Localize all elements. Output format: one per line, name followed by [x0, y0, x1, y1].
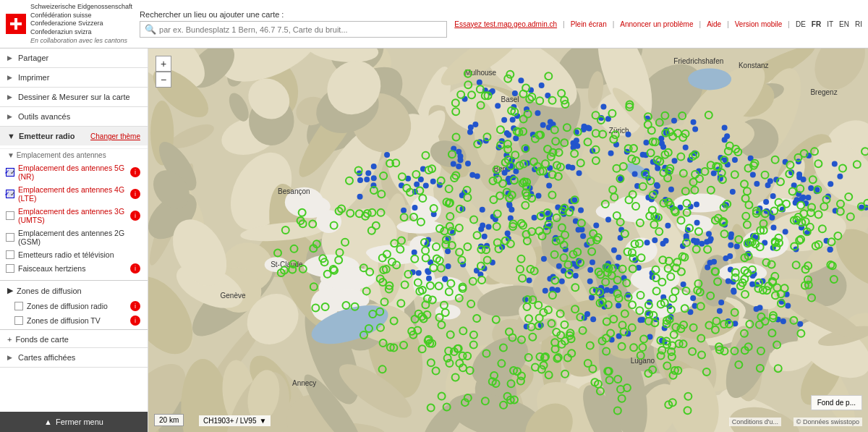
layer-label-faisceaux: Faisceaux hertziens — [18, 264, 127, 273]
lang-fr[interactable]: FR — [812, 20, 821, 28]
layer-item-3g[interactable]: Emplacement des antennes 3G (UMTS) i — [0, 205, 148, 226]
layer-checkbox-3g[interactable] — [6, 211, 14, 220]
map-coords: CH1903+ / LV95 ▼ — [199, 415, 271, 426]
version-mobile-link[interactable]: Version mobile — [735, 20, 783, 28]
attribution: © Données swisstopo — [793, 418, 862, 426]
search-box: 🔍 — [140, 21, 447, 38]
zoom-in-button[interactable]: + — [156, 56, 171, 72]
zones-diffusion-label: Zones de diffusion — [17, 287, 82, 295]
layer-checkbox-zones-radio[interactable] — [14, 302, 23, 310]
layer-checkbox-4g[interactable]: ✓ — [6, 190, 14, 198]
map-canvas — [148, 48, 868, 432]
essayez-link[interactable]: Essayez test.map.geo.admin.ch — [454, 20, 557, 28]
layer-label-tv: Emetteurs radio et télévision — [18, 250, 140, 259]
sidebar-section-dessiner: ▶ Dessiner & Mesurer sur la carte — [0, 88, 148, 107]
map-scale: 20 km — [154, 414, 184, 426]
layer-checkbox-5g[interactable]: ✓ — [6, 168, 14, 177]
emplacement-collapse-icon: ▼ — [7, 151, 14, 159]
layer-label-3g: Emplacement des antennes 3G (UMTS) — [18, 207, 127, 224]
sidebar-item-outils[interactable]: ▶ Outils avancés — [0, 107, 148, 126]
layer-item-2g[interactable]: Emplacement des antennes 2G (GSM) — [0, 226, 148, 248]
imprimer-label: Imprimer — [18, 73, 49, 82]
lang-de[interactable]: DE — [796, 20, 806, 28]
zoom-controls: + − — [156, 56, 171, 88]
layer-info-3g[interactable]: i — [130, 211, 140, 221]
fonds-carte-header[interactable]: + Fonds de carte — [0, 331, 148, 347]
sidebar-item-dessiner[interactable]: ▶ Dessiner & Mesurer sur la carte — [0, 88, 148, 106]
dessiner-label: Dessiner & Mesurer sur la carte — [18, 93, 130, 101]
coords-dropdown-icon[interactable]: ▼ — [259, 417, 266, 425]
layer-label-4g: Emplacement des antennes 4G (LTE) — [18, 185, 127, 203]
fonds-expand-icon: + — [7, 335, 12, 344]
layer-item-zones-tv[interactable]: Zones de diffusion TV i — [0, 313, 148, 328]
lang-rm[interactable]: RI — [855, 20, 862, 28]
aide-link[interactable]: Aide — [707, 20, 721, 28]
layer-item-5g[interactable]: ✓ Emplacement des antennes 5G (NR) i — [0, 161, 148, 183]
zoom-out-button[interactable]: − — [156, 72, 171, 88]
layer-info-zones-tv[interactable]: i — [130, 315, 140, 326]
lang-it[interactable]: IT — [827, 20, 833, 28]
zones-diffusion-header[interactable]: ▶ Zones de diffusion — [0, 282, 148, 299]
layer-label-5g: Emplacement des antennes 5G (NR) — [18, 164, 127, 181]
fonds-carte-label: Fonds de carte — [15, 335, 68, 344]
layer-info-faisceaux[interactable]: i — [130, 263, 140, 274]
layer-checkbox-zones-tv[interactable] — [14, 316, 23, 325]
search-input[interactable] — [159, 25, 391, 34]
zones-expand-icon: ▶ — [7, 286, 13, 295]
sidebar-section-imprimer: ▶ Imprimer — [0, 68, 148, 88]
fermer-menu-button[interactable]: ▲ Fermer menu — [0, 412, 148, 432]
layer-checkbox-tv[interactable] — [6, 250, 14, 259]
coords-label: CH1903+ / LV95 — [203, 417, 256, 425]
fond-carte-button[interactable]: Fond de p... — [811, 395, 862, 410]
outils-arrow-icon: ▶ — [7, 113, 12, 120]
search-area: Rechercher un lieu ou ajouter une carte … — [140, 10, 447, 38]
conditions-link[interactable]: Conditions d'u... — [729, 418, 781, 426]
swiss-logo-icon — [6, 14, 26, 34]
fermer-menu-label: Fermer menu — [56, 418, 103, 426]
sidebar-section-partager: ▶ Partager — [0, 48, 148, 68]
layer-item-faisceaux[interactable]: Faisceaux hertziens i — [0, 261, 148, 276]
sidebar-bottom: ▲ Fermer menu — [0, 412, 148, 432]
cartes-arrow-icon: ▶ — [7, 354, 12, 361]
emetteur-label: Emetteur radio — [19, 132, 75, 140]
layer-info-zones-radio[interactable]: i — [130, 301, 140, 311]
sidebar: ▶ Partager ▶ Imprimer ▶ Dessiner & Mesur… — [0, 48, 148, 432]
layer-item-zones-radio[interactable]: Zones de diffusion radio i — [0, 299, 148, 313]
emetteur-header[interactable]: ▼ Emetteur radio Changer thème — [0, 127, 148, 145]
layer-label-zones-tv: Zones de diffusion TV — [27, 316, 127, 325]
header: Schweizerische Eidgenossenschaft Confédé… — [0, 0, 868, 48]
layer-info-4g[interactable]: i — [130, 189, 140, 199]
logo-area: Schweizerische Eidgenossenschaft Confédé… — [6, 3, 132, 45]
main-layout: ▶ Partager ▶ Imprimer ▶ Dessiner & Mesur… — [0, 48, 868, 432]
sidebar-item-partager[interactable]: ▶ Partager — [0, 48, 148, 67]
layer-label-2g: Emplacement des antennes 2G (GSM) — [18, 229, 140, 246]
annoncer-link[interactable]: Annoncer un problème — [620, 20, 693, 28]
plein-ecran-link[interactable]: Plein écran — [571, 20, 607, 28]
cartes-affichees-label: Cartes affichées — [18, 353, 75, 362]
layer-checkbox-faisceaux[interactable] — [6, 264, 14, 273]
imprimer-arrow-icon: ▶ — [7, 74, 12, 81]
sidebar-section-outils: ▶ Outils avancés — [0, 107, 148, 127]
search-icon: 🔍 — [145, 24, 156, 35]
layer-group-antennes: ▼ Emplacement des antennes ✓ Emplacement… — [0, 145, 148, 279]
layer-info-5g[interactable]: i — [130, 167, 140, 177]
lang-en[interactable]: EN — [839, 20, 849, 28]
layer-label-zones-radio: Zones de diffusion radio — [27, 302, 127, 310]
layer-item-4g[interactable]: ✓ Emplacement des antennes 4G (LTE) i — [0, 183, 148, 205]
sidebar-item-cartes[interactable]: ▶ Cartes affichées — [0, 348, 148, 367]
sidebar-item-imprimer[interactable]: ▶ Imprimer — [0, 68, 148, 87]
layer-checkbox-2g[interactable] — [6, 233, 14, 242]
emplacement-group-title: ▼ Emplacement des antennes — [0, 148, 148, 161]
sidebar-section-cartes: ▶ Cartes affichées — [0, 348, 148, 368]
map-background: + − 20 km CH1903+ / LV95 ▼ Fond de p... … — [148, 48, 868, 432]
header-links: Essayez test.map.geo.admin.ch | Plein éc… — [454, 20, 862, 28]
outils-label: Outils avancés — [18, 112, 70, 121]
changer-theme-link[interactable]: Changer thème — [90, 132, 140, 140]
emetteur-collapse-icon: ▼ — [7, 132, 15, 140]
fermer-arrow-icon: ▲ — [44, 418, 52, 426]
map-container[interactable]: + − 20 km CH1903+ / LV95 ▼ Fond de p... … — [148, 48, 868, 432]
partager-label: Partager — [18, 54, 48, 62]
layer-item-tv[interactable]: Emetteurs radio et télévision — [0, 248, 148, 261]
dessiner-arrow-icon: ▶ — [7, 93, 12, 101]
partager-arrow-icon: ▶ — [7, 54, 12, 62]
